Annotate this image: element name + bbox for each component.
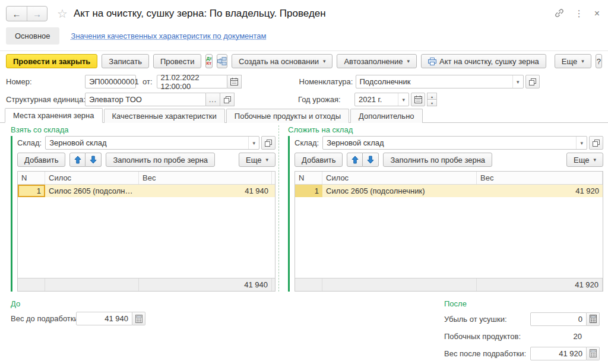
warehouse-label: Склад:: [17, 138, 42, 147]
table-empty-area[interactable]: [295, 197, 603, 278]
structural-unit-label: Структурная единица:: [6, 95, 85, 104]
back-icon: ←: [12, 9, 21, 19]
nomenclature-field[interactable]: Подсолнечник ▾: [356, 75, 524, 88]
weight-before-field[interactable]: 41 940: [76, 312, 132, 325]
byproducts-label: Побочных продуктов:: [444, 332, 530, 341]
date-field[interactable]: 21.02.2022 12:00:00: [157, 75, 227, 88]
calculator-icon: [590, 349, 597, 357]
take-from-warehouse-panel: Взять со склада Склад: Зерновой склад ▾: [5, 125, 276, 292]
back-button[interactable]: ←: [7, 7, 27, 21]
group-accent-bar: [288, 136, 290, 292]
structural-unit-choose-button[interactable]: ...: [206, 93, 220, 106]
column-header-n: N: [18, 172, 45, 184]
cell-silo[interactable]: Силос 2605 (подсолнечник): [322, 185, 477, 197]
document-structure-button[interactable]: [217, 54, 227, 68]
put-panel-title: Сложить на склад: [288, 125, 603, 134]
column-header-weight: Вес: [139, 172, 272, 184]
chevron-down-icon: ▾: [265, 157, 268, 163]
toolbar-more-button[interactable]: Еще▾: [555, 54, 591, 68]
number-field[interactable]: ЭП000000001: [85, 75, 136, 88]
quality-values-link[interactable]: Значения качественных характеристик по д…: [71, 31, 267, 40]
shrinkage-field[interactable]: 0: [530, 312, 587, 326]
page-title: Акт на очистку, сушку зерна: По владельц…: [74, 8, 326, 20]
open-icon: [224, 96, 231, 103]
tab-main[interactable]: Основное: [6, 27, 59, 45]
warehouse-open-button[interactable]: [261, 136, 276, 150]
write-button[interactable]: Записать: [102, 54, 149, 68]
harvest-year-field[interactable]: 2021 г. ▾: [354, 93, 409, 106]
harvest-year-label: Год урожая:: [298, 95, 354, 104]
tab-storage-places[interactable]: Места хранения зерна: [5, 108, 103, 123]
move-down-button[interactable]: [86, 153, 102, 167]
move-up-button[interactable]: [69, 153, 86, 167]
cell-silo[interactable]: Силос 2605 (подсолне...: [45, 185, 139, 197]
fill-by-grain-sample-button[interactable]: Заполнить по пробе зерна: [106, 153, 215, 167]
structural-unit-field[interactable]: Элеватор ТОО: [85, 93, 206, 106]
tab-additional[interactable]: Дополнительно: [350, 109, 423, 123]
warehouse-field[interactable]: Зерновой склад ▾: [45, 136, 259, 150]
create-based-on-button[interactable]: Создать на основании▾: [232, 54, 332, 68]
tab-byproducts-waste[interactable]: Побочные продукты и отходы: [226, 109, 349, 123]
table-row[interactable]: 1 Силос 2605 (подсолнечник) 41 920: [295, 185, 603, 197]
nomenclature-open-button[interactable]: [525, 75, 540, 88]
table-more-button[interactable]: Еще▾: [239, 153, 276, 167]
fill-by-grain-sample-button[interactable]: Заполнить по пробе зерна: [383, 153, 492, 167]
cell-weight[interactable]: 41 920: [477, 185, 603, 197]
chevron-down-icon[interactable]: ▾: [398, 93, 405, 106]
chevron-down-icon[interactable]: ▾: [576, 137, 583, 149]
post-and-close-button[interactable]: Провести и закрыть: [6, 54, 97, 68]
cell-n[interactable]: 1: [295, 185, 322, 197]
cell-n[interactable]: 1: [18, 185, 45, 197]
table-more-button[interactable]: Еще▾: [566, 153, 603, 167]
chevron-down-icon[interactable]: ▾: [248, 137, 255, 149]
shrinkage-calc-button[interactable]: [587, 312, 600, 326]
chevron-down-icon[interactable]: ▾: [512, 75, 520, 88]
chevron-down-icon: ▾: [323, 58, 326, 64]
structure-icon: [217, 57, 227, 65]
spinner-down-button[interactable]: ▾: [427, 100, 437, 106]
warehouse-open-button[interactable]: [589, 136, 603, 150]
dr-cr-postings-button[interactable]: ДтКт: [205, 54, 213, 68]
column-header-silo: Силос: [322, 172, 477, 184]
open-icon: [593, 140, 600, 147]
close-icon[interactable]: ×: [594, 8, 600, 19]
document-fields: Номер: ЭП000000001 от: 21.02.2022 12:00:…: [0, 71, 608, 108]
spinner-up-button[interactable]: ▴: [427, 93, 437, 100]
move-up-button[interactable]: [347, 153, 363, 167]
chevron-down-icon: ▾: [407, 58, 410, 64]
warehouse-field[interactable]: Зерновой склад ▾: [322, 136, 587, 150]
weight-after-calc-button[interactable]: [587, 347, 600, 360]
table-row[interactable]: 1 Силос 2605 (подсолне... 41 940: [18, 185, 275, 197]
tab-quality-characteristics[interactable]: Качественные характеристки: [104, 109, 225, 123]
totals-footer: До Вес до подработки: 41 940 После Убыль…: [0, 292, 608, 363]
weight-after-field[interactable]: 41 920: [530, 347, 587, 360]
open-icon: [529, 78, 536, 86]
chevron-down-icon: ▾: [581, 58, 584, 64]
panel-splitter[interactable]: [276, 125, 282, 292]
autofill-button[interactable]: Автозаполнение▾: [337, 54, 417, 68]
take-panel-title: Взять со склада: [11, 125, 276, 134]
calendar-icon: [414, 96, 422, 103]
storage-panels: Взять со склада Склад: Зерновой склад ▾: [0, 123, 608, 292]
forward-button[interactable]: →: [27, 7, 47, 21]
calculator-icon: [590, 315, 597, 323]
document-nav: Основное Значения качественных характери…: [0, 24, 608, 51]
post-button[interactable]: Провести: [153, 54, 202, 68]
page-tabs: Места хранения зерна Качественные характ…: [0, 108, 608, 123]
print-act-button[interactable]: Акт на очистку, сушку зерна: [421, 54, 546, 68]
weight-before-calc-button[interactable]: [132, 312, 145, 325]
arrow-down-icon: [90, 156, 97, 164]
harvest-year-calendar-button[interactable]: [411, 93, 425, 106]
get-link-icon[interactable]: [555, 8, 564, 20]
cell-weight[interactable]: 41 940: [139, 185, 272, 197]
history-nav: ← →: [6, 6, 48, 21]
structural-unit-open-button[interactable]: [220, 93, 235, 106]
add-row-button[interactable]: Добавить: [17, 153, 65, 167]
favorite-star-icon[interactable]: ☆: [57, 8, 68, 20]
add-row-button[interactable]: Добавить: [294, 153, 343, 167]
more-menu-icon[interactable]: ⋮: [575, 8, 584, 19]
move-down-button[interactable]: [363, 153, 379, 167]
table-empty-area[interactable]: [18, 197, 275, 278]
help-button[interactable]: ?: [596, 54, 602, 68]
date-calendar-button[interactable]: [227, 75, 242, 88]
